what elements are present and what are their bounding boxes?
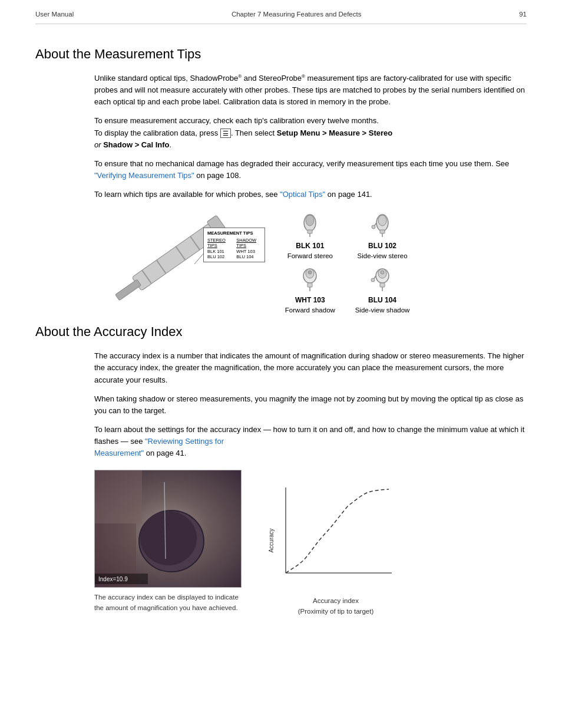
verifying-tips-link[interactable]: "Verifying Measurement Tips" xyxy=(94,171,194,180)
camera-caption: The accuracy index can be displayed to i… xyxy=(94,592,239,613)
section1-para3: To ensure that no mechanical damage has … xyxy=(94,158,527,182)
accuracy-chart-svg: Accuracy xyxy=(265,482,406,594)
svg-text:Accuracy: Accuracy xyxy=(268,529,275,553)
page: User Manual Chapter 7 Measuring Features… xyxy=(0,0,562,728)
svg-rect-16 xyxy=(380,230,385,233)
tip-blk101-label: BLK 101 xyxy=(296,242,324,250)
svg-point-27 xyxy=(371,278,375,282)
svg-rect-1 xyxy=(115,279,141,301)
tips-col2-item2: BLU 104 xyxy=(236,254,261,259)
svg-rect-28 xyxy=(380,283,385,287)
section2-heading: About the Accuracy Index xyxy=(35,324,527,340)
camera-image: Index=10.9 xyxy=(94,470,242,588)
tip-blk101-desc: Forward stereo xyxy=(287,252,333,259)
chart-caption: Accuracy index (Proximity of tip to targ… xyxy=(298,596,373,617)
measurement-tips-figure: MEASUREMENT TIPS STEREO TIPS BLK 101 BLU… xyxy=(94,211,527,314)
tips-col2-label: SHADOW TIPS xyxy=(236,238,261,248)
svg-text:Index=10.9: Index=10.9 xyxy=(98,576,128,582)
caption-line1: The accuracy index can be displayed to i… xyxy=(94,594,239,601)
optical-tips-link[interactable]: "Optical Tips" xyxy=(280,190,325,199)
tip-wht103-icon xyxy=(296,265,324,294)
chart-x-sublabel: (Proximity of tip to target) xyxy=(298,608,373,615)
page-header: User Manual Chapter 7 Measuring Features… xyxy=(0,0,562,24)
caption-line2: the amount of magnification you have ach… xyxy=(94,604,238,611)
tips-col2-item1: WHT 103 xyxy=(236,249,261,254)
tips-col1-label: STEREO TIPS xyxy=(207,238,230,248)
tips-col1-item1: BLK 101 xyxy=(207,249,230,254)
tip-blu104: BLU 104 Side-view shadow xyxy=(355,265,410,314)
tip-wht103: WHT 103 Forward shadow xyxy=(283,265,338,314)
svg-point-20 xyxy=(308,271,312,274)
svg-point-25 xyxy=(381,271,384,274)
tip-blk101-icon xyxy=(296,211,324,239)
section2-para3: To learn about the settings for the accu… xyxy=(94,424,527,459)
camera-figure: Index=10.9 The accuracy index can be dis… xyxy=(94,470,242,613)
header-page-number: 91 xyxy=(519,11,527,18)
tip-blu104-label: BLU 104 xyxy=(368,296,396,304)
tips-box-title: MEASUREMENT TIPS xyxy=(207,230,261,236)
accuracy-chart-container: Accuracy Accuracy index (Proximity of ti… xyxy=(265,470,406,617)
tip-blu104-desc: Side-view shadow xyxy=(355,307,410,314)
camera-image-svg: Index=10.9 xyxy=(95,470,242,588)
section1-para1: Unlike standard optical tips, ShadowProb… xyxy=(94,73,527,108)
main-content: About the Measurement Tips Unlike standa… xyxy=(0,24,562,646)
section1-para2: To ensure measurement accuracy, check ea… xyxy=(94,115,527,150)
section1-heading: About the Measurement Tips xyxy=(35,47,527,62)
tip-blu102-label: BLU 102 xyxy=(368,242,396,250)
tip-blu102: BLU 102 Side-view stereo xyxy=(355,211,410,259)
probe-illustration: MEASUREMENT TIPS STEREO TIPS BLK 101 BLU… xyxy=(94,211,265,305)
tip-blu102-desc: Side-view stereo xyxy=(358,252,408,259)
tip-blu104-icon xyxy=(368,265,396,294)
header-left: User Manual xyxy=(35,11,74,18)
tip-wht103-desc: Forward shadow xyxy=(285,307,335,314)
section2-para2: When taking shadow or stereo measurement… xyxy=(94,393,527,417)
tips-grid: BLK 101 Forward stereo BLU 102 xyxy=(283,211,409,314)
svg-point-13 xyxy=(378,215,386,226)
svg-point-15 xyxy=(372,225,375,229)
section1-para4: To learn which tips are available for wh… xyxy=(94,189,527,200)
chart-x-label: Accuracy index xyxy=(313,597,359,604)
svg-rect-34 xyxy=(95,470,142,523)
svg-rect-21 xyxy=(308,283,312,287)
accuracy-figure-row: Index=10.9 The accuracy index can be dis… xyxy=(94,470,527,617)
svg-point-9 xyxy=(306,215,314,226)
tip-blu102-icon xyxy=(368,211,396,239)
reviewing-settings-link[interactable]: "Reviewing Settings forMeasurement" xyxy=(94,437,224,457)
tips-col1-item2: BLU 102 xyxy=(207,254,230,259)
svg-point-32 xyxy=(140,511,197,565)
svg-rect-10 xyxy=(308,230,312,233)
tip-wht103-label: WHT 103 xyxy=(295,296,325,304)
header-center: Chapter 7 Measuring Features and Defects xyxy=(232,11,362,18)
tip-blk101: BLK 101 Forward stereo xyxy=(283,211,338,259)
section2-para1: The accuracy index is a number that indi… xyxy=(94,350,527,386)
probe-svg: MEASUREMENT TIPS STEREO TIPS BLK 101 BLU… xyxy=(94,211,265,305)
